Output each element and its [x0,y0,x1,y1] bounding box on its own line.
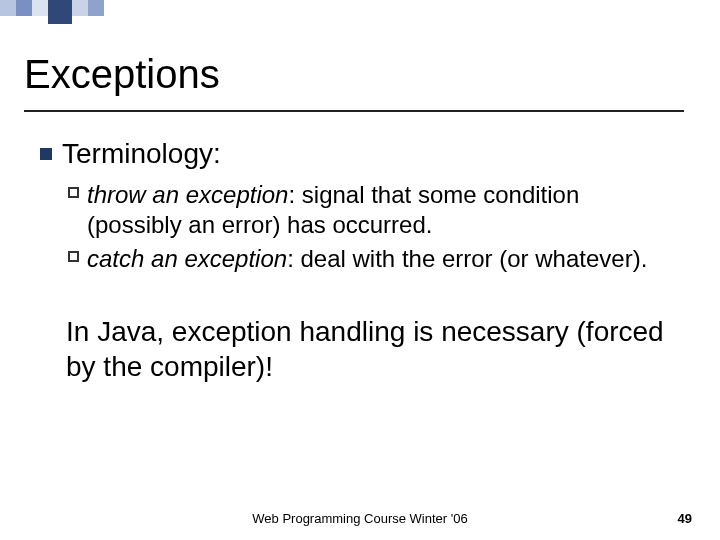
slide-title: Exceptions [24,52,220,97]
deco-square [16,0,32,16]
corner-decoration [0,0,104,24]
bullet-level2: throw an exception: signal that some con… [68,180,680,240]
term-rest: an exception [146,181,289,208]
page-number: 49 [678,511,692,526]
level2-text: catch an exception: deal with the error … [87,244,647,274]
level1-text: Terminology: [62,138,221,170]
term-italic: throw [87,181,146,208]
term-rest: an exception [144,245,287,272]
deco-square [88,0,104,16]
slide-content: Terminology: throw an exception: signal … [40,138,680,384]
deco-square [48,0,72,24]
deco-square [32,0,48,16]
bullet-level1: Terminology: [40,138,680,170]
bullet-level2: catch an exception: deal with the error … [68,244,680,274]
title-underline [24,110,684,112]
deco-square [72,0,88,16]
summary-text: In Java, exception handling is necessary… [66,314,666,384]
square-bullet-icon [40,148,52,160]
level2-text: throw an exception: signal that some con… [87,180,680,240]
deco-square [0,0,16,16]
footer-text: Web Programming Course Winter '06 [0,511,720,526]
term-italic: catch [87,245,144,272]
definition-text: : deal with the error (or whatever). [287,245,647,272]
hollow-square-bullet-icon [68,187,79,198]
hollow-square-bullet-icon [68,251,79,262]
